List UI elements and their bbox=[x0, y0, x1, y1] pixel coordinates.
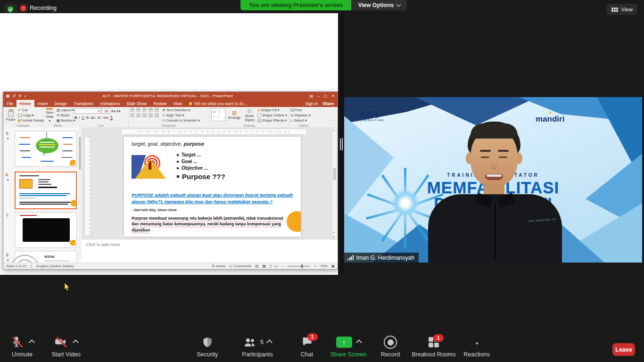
section-button[interactable]: ▦ Section ▾ bbox=[57, 118, 75, 123]
arrange-button[interactable]: Arrange bbox=[227, 108, 242, 123]
find-button[interactable]: Find bbox=[290, 108, 311, 112]
tab-view[interactable]: View bbox=[170, 100, 185, 107]
tell-me-box[interactable]: Tell me what you want to do... bbox=[185, 100, 251, 107]
zoom-out-icon[interactable]: – bbox=[282, 264, 284, 268]
thumbnail-slide-8[interactable]: IKIGAI bbox=[15, 251, 77, 263]
align-center-icon[interactable] bbox=[136, 114, 140, 117]
comments-toggle[interactable]: ▭ Comments bbox=[229, 264, 251, 268]
justify-icon[interactable] bbox=[149, 114, 153, 117]
shape-effects-button[interactable]: Shape Effects ▾ bbox=[257, 118, 287, 123]
participants-button[interactable]: 5 Participants bbox=[234, 336, 281, 358]
target-runner-image[interactable] bbox=[131, 155, 168, 179]
tab-slide-show[interactable]: Slide Show bbox=[123, 100, 150, 107]
breakout-rooms-button[interactable]: 1 Breakout Rooms bbox=[404, 336, 464, 358]
participants-chevron[interactable] bbox=[266, 339, 272, 346]
fit-slide-icon[interactable]: ▣ bbox=[331, 264, 335, 268]
new-slide-button[interactable]: New Slide ▾ bbox=[44, 108, 55, 123]
share-options-chevron[interactable] bbox=[356, 339, 362, 346]
slide-canvas[interactable]: target, goal, objective, purpose Target … bbox=[124, 137, 301, 237]
slide-citation[interactable]: - Start with Why, Simon Sinek bbox=[132, 208, 177, 212]
tab-transitions[interactable]: Transitions bbox=[70, 100, 97, 107]
quick-access-toolbar[interactable]: ▣ ↺ ↻ ▾ bbox=[6, 94, 26, 98]
leave-button[interactable]: Leave bbox=[612, 343, 635, 356]
tab-insert[interactable]: Insert bbox=[34, 100, 51, 107]
shrink-font-icon[interactable]: A▾ bbox=[116, 109, 121, 113]
slide-sorter-icon[interactable]: ▦ bbox=[262, 264, 265, 268]
italic-button[interactable]: I bbox=[79, 115, 80, 120]
tab-animations[interactable]: Animations bbox=[97, 100, 124, 107]
chat-button[interactable]: 1 Chat bbox=[291, 336, 322, 358]
minimize-icon[interactable]: – bbox=[317, 94, 319, 98]
underline-button[interactable]: U bbox=[82, 115, 84, 120]
bullets-icon[interactable] bbox=[130, 108, 134, 112]
grow-font-icon[interactable]: A▴ bbox=[111, 109, 116, 113]
shape-outline-button[interactable]: Shape Outline ▾ bbox=[257, 113, 287, 117]
language-indicator[interactable]: English (United States) bbox=[36, 264, 74, 268]
font-color-icon[interactable]: A bbox=[110, 115, 113, 120]
text-direction-button[interactable]: ⇵ Text Direction ▾ bbox=[162, 108, 200, 112]
tab-review[interactable]: Review bbox=[150, 100, 170, 107]
reset-button[interactable]: ↺ Reset bbox=[57, 113, 75, 117]
slideshow-icon[interactable]: ▷ bbox=[275, 264, 278, 268]
thumbnail-slide-5[interactable] bbox=[15, 131, 77, 167]
replace-button[interactable]: ab Replace ▾ bbox=[290, 113, 311, 117]
view-button[interactable]: View bbox=[607, 4, 637, 15]
view-options-dropdown[interactable]: View Options bbox=[351, 0, 407, 10]
strikethrough-button[interactable]: S bbox=[86, 115, 89, 120]
start-video-button[interactable]: Start Video bbox=[44, 336, 88, 358]
slide-scrollbar[interactable]: ▴ ▴ ▾ bbox=[332, 128, 337, 238]
slide-purpose-definition[interactable]: PURPOSE adalah sebuah alasan kuat atau d… bbox=[132, 192, 294, 206]
font-name-select[interactable]: ▾ bbox=[74, 108, 101, 114]
thumbnail-scrollbar[interactable] bbox=[79, 128, 81, 258]
spellcheck-icon[interactable]: ▯ bbox=[30, 264, 32, 268]
align-right-icon[interactable] bbox=[142, 114, 147, 117]
char-spacing-icon[interactable]: AV bbox=[97, 116, 101, 119]
bold-button[interactable]: B bbox=[74, 115, 77, 120]
save-icon[interactable]: ▣ bbox=[6, 94, 10, 98]
align-text-button[interactable]: ⇳ Align Text ▾ bbox=[162, 113, 200, 117]
notes-toggle[interactable]: ≜ Notes bbox=[212, 264, 225, 268]
align-left-icon[interactable] bbox=[130, 114, 134, 117]
copy-button[interactable]: Copy ▾ bbox=[18, 113, 44, 117]
zoom-percentage[interactable]: 75% bbox=[320, 264, 328, 268]
slide-bullet-list[interactable]: Target ... Goal ... Objective ... Purpos… bbox=[177, 152, 225, 182]
shapes-gallery[interactable]: ▭ ╲ □ ○ □△ ▽ ◇ ☆ ( ) bbox=[211, 108, 225, 121]
record-button[interactable]: Record bbox=[375, 336, 405, 358]
format-painter-button[interactable]: Format Painter bbox=[18, 118, 44, 123]
undo-icon[interactable]: ↺ bbox=[13, 94, 16, 98]
slide-thumbnail-panel[interactable]: 5 ✱ bbox=[3, 127, 82, 263]
paste-button[interactable]: Paste bbox=[5, 108, 17, 123]
slide-body-text[interactable]: Purpose membuat seseorang rela bekerja l… bbox=[132, 215, 288, 233]
decrease-indent-icon[interactable] bbox=[142, 108, 147, 112]
increase-indent-icon[interactable] bbox=[149, 108, 153, 112]
share-screen-button[interactable]: ↑ Share Screen bbox=[325, 336, 372, 358]
columns-icon[interactable] bbox=[155, 114, 159, 117]
collapse-ribbon-icon[interactable]: ⌃ bbox=[332, 119, 335, 127]
thumbnail-slide-7[interactable] bbox=[15, 212, 77, 248]
close-icon[interactable]: ✕ bbox=[331, 94, 335, 98]
reactions-button[interactable]: + Reactions bbox=[458, 336, 495, 358]
layout-button[interactable]: ▤ Layout ▾ bbox=[57, 108, 75, 112]
unmute-button[interactable]: Unmute bbox=[0, 336, 44, 358]
convert-smartart-button[interactable]: ▱ Convert to SmartArt ▾ bbox=[162, 118, 200, 123]
sign-in-link[interactable]: Sign in bbox=[305, 101, 318, 106]
slide-title[interactable]: target, goal, objective, purpose bbox=[132, 141, 204, 147]
tab-file[interactable]: File bbox=[3, 100, 17, 107]
security-button[interactable]: Security bbox=[192, 336, 223, 358]
tab-design[interactable]: Design bbox=[51, 100, 70, 107]
thumbnail-slide-6-selected[interactable] bbox=[15, 172, 77, 209]
numbering-icon[interactable] bbox=[136, 108, 140, 112]
shape-fill-button[interactable]: Shape Fill ▾ bbox=[257, 108, 287, 112]
change-case-icon[interactable]: Aa▾ bbox=[103, 116, 108, 120]
zoom-in-icon[interactable]: + bbox=[314, 264, 316, 268]
video-options-chevron[interactable] bbox=[73, 339, 79, 346]
quick-styles-button[interactable]: Quick Styles bbox=[243, 108, 256, 123]
share-link[interactable]: Share bbox=[322, 101, 334, 106]
select-button[interactable]: ▷ Select ▾ bbox=[290, 118, 311, 123]
reading-view-icon[interactable]: ▯ bbox=[270, 264, 272, 268]
restore-icon[interactable]: ▢ bbox=[324, 94, 328, 98]
audio-options-chevron[interactable] bbox=[29, 339, 35, 346]
shadow-button[interactable]: abc bbox=[91, 116, 95, 119]
font-size-select[interactable]: 18 bbox=[102, 108, 110, 114]
tab-home[interactable]: Home bbox=[17, 100, 34, 107]
